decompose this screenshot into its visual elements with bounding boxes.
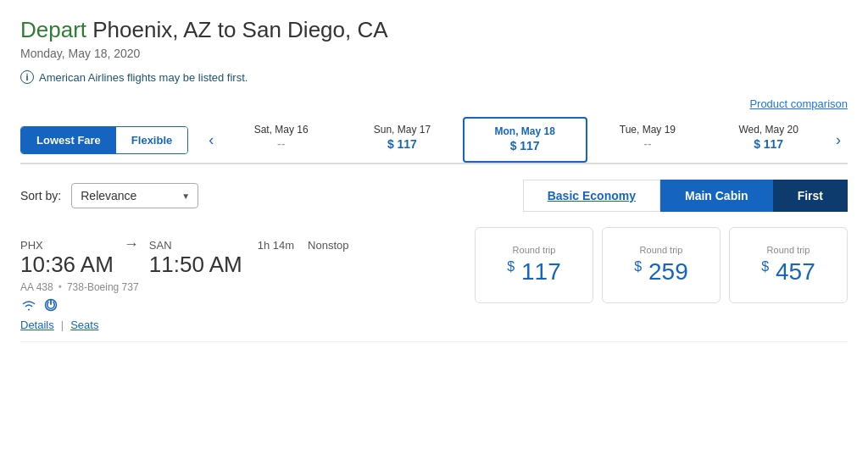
price-card-1[interactable]: Round trip$ 259 bbox=[602, 227, 721, 303]
product-comparison-link[interactable]: Product comparison bbox=[749, 97, 848, 110]
page-container: Depart Phoenix, AZ to San Diego, CA Mond… bbox=[20, 17, 848, 342]
details-link[interactable]: Details bbox=[20, 319, 54, 331]
flexible-button[interactable]: Flexible bbox=[116, 127, 187, 153]
cabin-tab-0[interactable]: Basic Economy bbox=[523, 180, 660, 212]
calendar-nav: ‹ Sat, May 16--Sun, May 17$ 117Mon, May … bbox=[202, 117, 848, 163]
page-title: Depart Phoenix, AZ to San Diego, CA bbox=[20, 17, 848, 43]
meta-separator: • bbox=[58, 281, 62, 293]
fare-calendar-row: Lowest Fare Flexible ‹ Sat, May 16--Sun,… bbox=[20, 117, 848, 164]
calendar-day-3[interactable]: Tue, May 19-- bbox=[587, 117, 709, 163]
aa-notice-text: American Airlines flights may be listed … bbox=[39, 71, 248, 84]
day-price-4: $ 117 bbox=[711, 137, 826, 151]
arrive-time: 11:50 AM bbox=[149, 252, 242, 277]
depart-word: Depart bbox=[20, 17, 86, 42]
dest-block: SAN 11:50 AM bbox=[149, 239, 242, 278]
aa-notice-bar: i American Airlines flights may be liste… bbox=[20, 70, 848, 84]
flight-airports-row: PHX 10:36 AM → SAN 11:50 AM 1h 14m Nonst… bbox=[20, 227, 458, 278]
round-trip-label-1: Round trip bbox=[640, 245, 683, 255]
flight-info: PHX 10:36 AM → SAN 11:50 AM 1h 14m Nonst… bbox=[20, 227, 458, 331]
travel-date: Monday, May 18, 2020 bbox=[20, 47, 848, 60]
wifi-icon bbox=[20, 298, 37, 312]
lowest-fare-button[interactable]: Lowest Fare bbox=[21, 127, 116, 153]
depart-time: 10:36 AM bbox=[20, 252, 114, 277]
sort-select[interactable]: RelevancePriceDurationDepartureArrival bbox=[71, 183, 198, 208]
price-amount-0: $ 117 bbox=[507, 258, 560, 285]
price-cards: Round trip$ 117Round trip$ 259Round trip… bbox=[475, 227, 848, 303]
product-comparison-row: Product comparison bbox=[20, 97, 848, 110]
dollar-sign-1: $ bbox=[634, 259, 642, 274]
dest-code: SAN bbox=[149, 239, 242, 252]
day-label-1: Sun, May 17 bbox=[345, 124, 459, 136]
calendar-day-4[interactable]: Wed, May 20$ 117 bbox=[708, 117, 829, 163]
sort-cabin-row: Sort by: RelevancePriceDurationDeparture… bbox=[20, 180, 848, 212]
cabin-tab-1[interactable]: Main Cabin bbox=[660, 180, 773, 212]
dollar-sign-0: $ bbox=[507, 259, 515, 274]
day-dash-3: -- bbox=[591, 137, 705, 151]
dollar-sign-2: $ bbox=[761, 259, 769, 274]
price-amount-2: $ 457 bbox=[761, 258, 815, 285]
fare-toggle: Lowest Fare Flexible bbox=[20, 126, 188, 154]
origin-block: PHX 10:36 AM bbox=[20, 239, 114, 278]
flight-meta-row: AA 438 • 738-Boeing 737 bbox=[20, 281, 458, 293]
day-price-1: $ 117 bbox=[345, 137, 459, 151]
flight-arrow-icon: → bbox=[124, 227, 139, 253]
day-price-2: $ 117 bbox=[468, 139, 582, 152]
flight-number: AA 438 bbox=[20, 281, 53, 293]
day-label-2: Mon, May 18 bbox=[468, 125, 582, 137]
page-header: Depart Phoenix, AZ to San Diego, CA Mond… bbox=[20, 17, 848, 60]
price-amount-1: $ 259 bbox=[634, 258, 687, 285]
calendar-day-1[interactable]: Sun, May 17$ 117 bbox=[342, 117, 463, 163]
day-dash-0: -- bbox=[224, 137, 338, 151]
day-label-4: Wed, May 20 bbox=[711, 124, 826, 136]
calendar-days: Sat, May 16--Sun, May 17$ 117Mon, May 18… bbox=[220, 117, 829, 163]
next-arrow[interactable]: › bbox=[829, 131, 848, 149]
prev-arrow[interactable]: ‹ bbox=[202, 131, 220, 149]
origin-code: PHX bbox=[20, 239, 114, 252]
day-label-3: Tue, May 19 bbox=[591, 124, 705, 136]
price-card-2[interactable]: Round trip$ 457 bbox=[729, 227, 848, 303]
seats-link[interactable]: Seats bbox=[70, 319, 98, 331]
sort-label: Sort by: bbox=[20, 189, 61, 202]
round-trip-label-2: Round trip bbox=[767, 245, 810, 255]
flight-links-row: Details | Seats bbox=[20, 319, 458, 331]
power-icon bbox=[42, 298, 59, 312]
links-separator: | bbox=[61, 319, 64, 331]
cabin-tab-2[interactable]: First bbox=[773, 180, 848, 212]
flight-duration: 1h 14m bbox=[258, 229, 294, 252]
calendar-day-2[interactable]: Mon, May 18$ 117 bbox=[463, 117, 587, 163]
calendar-day-0[interactable]: Sat, May 16-- bbox=[220, 117, 342, 163]
cabin-tabs: Basic EconomyMain CabinFirst bbox=[523, 180, 848, 212]
route-text: Phoenix, AZ to San Diego, CA bbox=[92, 17, 387, 42]
info-icon: i bbox=[20, 70, 34, 84]
flight-result: PHX 10:36 AM → SAN 11:50 AM 1h 14m Nonst… bbox=[20, 227, 848, 342]
day-label-0: Sat, May 16 bbox=[224, 124, 338, 136]
aircraft-type: 738-Boeing 737 bbox=[67, 281, 139, 293]
flight-stops: Nonstop bbox=[308, 229, 348, 252]
flight-amenity-icons bbox=[20, 298, 458, 312]
sort-select-wrapper: RelevancePriceDurationDepartureArrival bbox=[71, 183, 198, 208]
round-trip-label-0: Round trip bbox=[513, 245, 556, 255]
price-card-0[interactable]: Round trip$ 117 bbox=[475, 227, 593, 303]
